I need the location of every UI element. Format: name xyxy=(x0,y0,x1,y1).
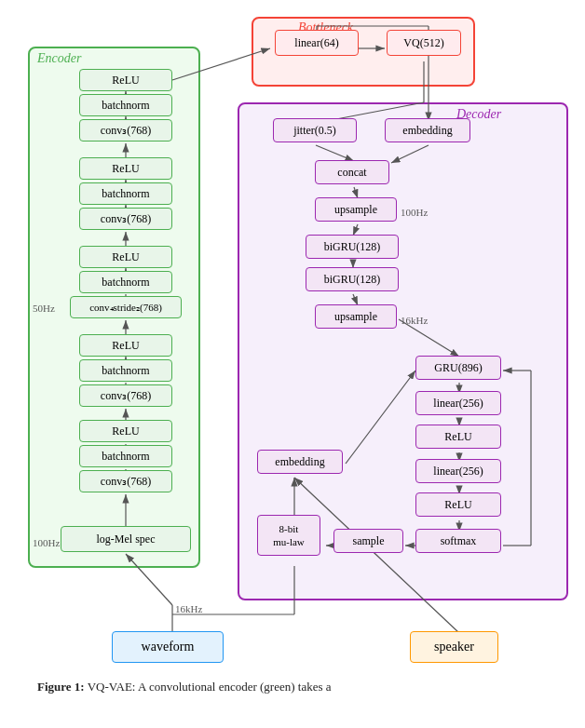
caption-text: VQ-VAE: A convolutional encoder (green) … xyxy=(85,680,332,694)
node-relu-d2: ReLU xyxy=(415,492,501,517)
node-waveform: waveform xyxy=(112,631,224,663)
node-relu3: ReLU xyxy=(79,246,172,268)
node-linear256-2: linear(256) xyxy=(415,459,501,483)
node-concat: concat xyxy=(315,160,389,184)
node-speaker: speaker xyxy=(410,631,498,663)
freq-label-100hz-2: 100Hz xyxy=(401,207,428,218)
node-batchnorm2: batchnorm xyxy=(79,359,172,382)
freq-label-100hz-1: 100Hz xyxy=(33,537,60,548)
node-embedding-top: embedding xyxy=(385,118,470,142)
node-gru896: GRU(896) xyxy=(415,356,501,380)
node-embedding-bot: embedding xyxy=(257,450,343,474)
freq-label-16khz-decoder: 16kHz xyxy=(401,315,428,326)
node-batchnorm3: batchnorm xyxy=(79,271,172,293)
freq-label-50hz: 50Hz xyxy=(33,303,55,314)
node-batchnorm1: batchnorm xyxy=(79,445,172,467)
node-bigru2: biGRU(128) xyxy=(306,267,399,291)
node-mu-law: 8-bitmu-law xyxy=(257,515,320,556)
node-batchnorm4: batchnorm xyxy=(79,182,172,205)
node-conv3-768-1: conv₃(768) xyxy=(79,470,172,492)
node-softmax: softmax xyxy=(415,529,501,553)
node-jitter: jitter(0.5) xyxy=(273,118,357,142)
caption-figure-label: Figure 1: xyxy=(37,680,85,694)
node-conv4stride2: conv₄stride₂(768) xyxy=(70,296,182,318)
caption: Figure 1: VQ-VAE: A convolutional encode… xyxy=(19,670,585,706)
node-vq512: VQ(512) xyxy=(387,30,461,56)
node-bigru1: biGRU(128) xyxy=(306,235,399,259)
node-relu4: ReLU xyxy=(79,157,172,180)
diagram-container: Encoder Bottleneck Decoder xyxy=(0,0,585,670)
node-relu1: ReLU xyxy=(79,420,172,442)
node-relu2: ReLU xyxy=(79,334,172,357)
node-linear64: linear(64) xyxy=(275,30,359,56)
node-upsample2: upsample xyxy=(315,304,397,329)
freq-label-16khz-input: 16kHz xyxy=(175,603,202,614)
node-conv3-768-3: conv₃(768) xyxy=(79,208,172,230)
node-conv3-768-2: conv₃(768) xyxy=(79,384,172,407)
node-upsample1: upsample xyxy=(315,197,397,222)
node-linear256-1: linear(256) xyxy=(415,391,501,415)
node-relu5: ReLU xyxy=(79,69,172,91)
node-conv3-768-4: conv₃(768) xyxy=(79,119,172,142)
node-sample: sample xyxy=(333,529,403,553)
node-log-mel: log-Mel spec xyxy=(61,526,191,552)
encoder-label: Encoder xyxy=(37,51,81,66)
node-relu-d1: ReLU xyxy=(415,425,501,449)
node-batchnorm5: batchnorm xyxy=(79,94,172,116)
